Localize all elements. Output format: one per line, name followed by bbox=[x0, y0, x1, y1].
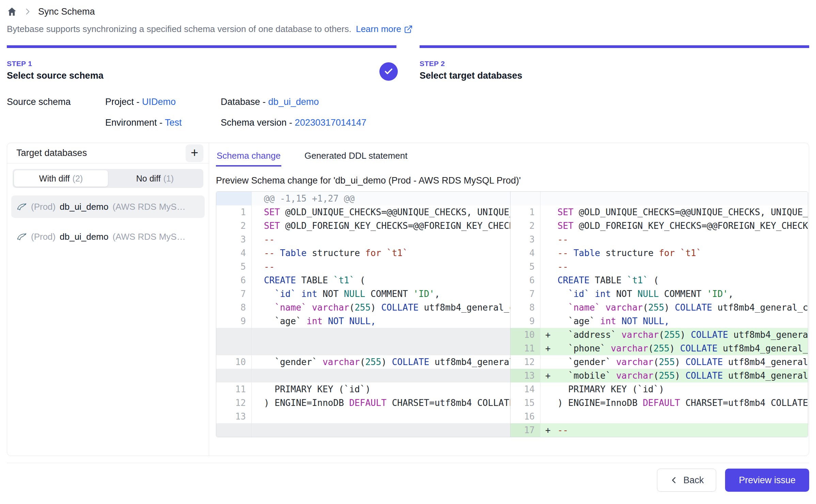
back-button[interactable]: Back bbox=[657, 469, 716, 492]
diff-pane-source: 9 `age` int NOT NULL, bbox=[216, 314, 511, 328]
diff-pane-source: 4-- Table structure for `t1` bbox=[216, 246, 511, 260]
mysql-icon bbox=[16, 201, 27, 212]
diff-pane-source: 8 `name` varchar(255) COLLATE utf8mb4_ge… bbox=[216, 301, 511, 314]
code-line bbox=[252, 410, 510, 423]
code-line: `name` varchar(255) COLLATE utf8mb4_gene… bbox=[540, 301, 808, 314]
page-description: Bytebase supports synchronizing a specif… bbox=[7, 24, 809, 34]
page-title: Sync Schema bbox=[38, 6, 95, 17]
diff-pane-source: 12) ENGINE=InnoDB DEFAULT CHARSET=utf8mb… bbox=[216, 396, 511, 410]
diff-pane-target: 5-- bbox=[511, 260, 808, 273]
diff-filter-tabs: With diff (2) No diff (1) bbox=[13, 169, 203, 188]
environment-label: Environment - bbox=[105, 117, 162, 128]
diff-row: 9 `age` int NOT NULL,9 `age` int NOT NUL… bbox=[216, 314, 808, 328]
diff-pane-source: @@ -1,15 +1,27 @@ bbox=[216, 192, 511, 205]
home-icon[interactable] bbox=[7, 6, 17, 17]
code-line bbox=[540, 192, 808, 205]
line-number bbox=[216, 328, 252, 342]
line-number: 8 bbox=[216, 301, 252, 314]
diff-pane-source: 3-- bbox=[216, 233, 511, 246]
external-link-icon bbox=[404, 25, 413, 34]
step1-complete-check-icon bbox=[379, 62, 398, 81]
diff-pane-source: 2SET @OLD_FOREIGN_KEY_CHECKS=@@FOREIGN_K… bbox=[216, 219, 511, 233]
line-number: 7 bbox=[511, 287, 540, 301]
database-name: db_ui_demo bbox=[60, 202, 108, 212]
diff-pane-target: 2SET @OLD_FOREIGN_KEY_CHECKS=@@FOREIGN_K… bbox=[511, 219, 808, 233]
diff-row: 1316 bbox=[216, 410, 808, 423]
line-number: 3 bbox=[216, 233, 252, 246]
line-number bbox=[216, 369, 252, 382]
tab-no-diff-count: (1) bbox=[163, 174, 174, 184]
line-number: 3 bbox=[511, 233, 540, 246]
code-line: SET @OLD_UNIQUE_CHECKS=@@UNIQUE_CHECKS, … bbox=[252, 205, 510, 219]
add-target-database-button[interactable]: + bbox=[186, 144, 203, 162]
back-button-label: Back bbox=[683, 475, 704, 486]
stepper: STEP 1 Select source schema STEP 2 Selec… bbox=[7, 45, 809, 81]
diff-pane-target: 14 PRIMARY KEY (`id`) bbox=[511, 382, 808, 396]
environment-field: Environment - Test bbox=[105, 117, 221, 128]
tab-no-diff[interactable]: No diff (1) bbox=[108, 170, 202, 187]
tab-schema-change[interactable]: Schema change bbox=[216, 147, 281, 167]
code-line bbox=[252, 369, 510, 382]
code-line: ) ENGINE=InnoDB DEFAULT CHARSET=utf8mb4 … bbox=[252, 396, 510, 410]
database-field: Database - db_ui_demo bbox=[221, 97, 809, 107]
code-line bbox=[252, 328, 510, 342]
code-line: + `address` varchar(255) COLLATE utf8mb4… bbox=[540, 328, 808, 342]
preview-issue-button[interactable]: Preview issue bbox=[725, 469, 809, 492]
diff-pane-target: 4-- Table structure for `t1` bbox=[511, 246, 808, 260]
code-line: -- bbox=[252, 260, 510, 273]
footer: Back Preview issue bbox=[7, 463, 809, 492]
diff-pane-source: 7 `id` int NOT NULL COMMENT 'ID', bbox=[216, 287, 511, 301]
database-link[interactable]: db_ui_demo bbox=[268, 97, 319, 107]
environment-link[interactable]: Test bbox=[165, 117, 182, 128]
diff-pane-source: 5-- bbox=[216, 260, 511, 273]
schema-version-link[interactable]: 20230317014147 bbox=[295, 117, 366, 128]
code-line: CREATE TABLE `t1` ( bbox=[252, 273, 510, 287]
database-list-item-1[interactable]: (Prod) db_ui_demo (AWS RDS MyS… bbox=[11, 195, 205, 218]
line-number bbox=[216, 342, 252, 355]
tab-with-diff[interactable]: With diff (2) bbox=[14, 170, 108, 187]
code-line: `age` int NOT NULL, bbox=[540, 314, 808, 328]
diff-row: 8 `name` varchar(255) COLLATE utf8mb4_ge… bbox=[216, 301, 808, 314]
diff-add-marker: + bbox=[545, 369, 558, 382]
diff-row: 10+ `address` varchar(255) COLLATE utf8m… bbox=[216, 328, 808, 342]
diff-pane-source: 11 PRIMARY KEY (`id`) bbox=[216, 382, 511, 396]
code-line: `id` int NOT NULL COMMENT 'ID', bbox=[252, 287, 510, 301]
schema-diff: @@ -1,15 +1,27 @@1SET @OLD_UNIQUE_CHECKS… bbox=[216, 191, 808, 437]
diff-row: 12) ENGINE=InnoDB DEFAULT CHARSET=utf8mb… bbox=[216, 396, 808, 410]
step2-title: Select target databases bbox=[420, 70, 809, 81]
code-line: -- bbox=[540, 260, 808, 273]
code-line bbox=[252, 423, 510, 437]
diff-add-marker: + bbox=[545, 423, 558, 437]
step-2: STEP 2 Select target databases bbox=[420, 45, 809, 81]
mysql-icon bbox=[16, 231, 27, 242]
diff-row: 11+ `phone` varchar(255) COLLATE utf8mb4… bbox=[216, 342, 808, 355]
code-line: `age` int NOT NULL, bbox=[252, 314, 510, 328]
line-number: 11 bbox=[216, 382, 252, 396]
preview-panel: Schema change Generated DDL statement Pr… bbox=[209, 143, 809, 456]
database-list-item-2[interactable]: (Prod) db_ui_demo (AWS RDS MyS… bbox=[11, 225, 205, 248]
code-line: -- bbox=[540, 233, 808, 246]
line-number: 11 bbox=[511, 342, 540, 355]
chevron-left-icon bbox=[670, 476, 678, 485]
target-database-list: (Prod) db_ui_demo (AWS RDS MyS… (Prod) d… bbox=[7, 195, 209, 248]
code-line: SET @OLD_FOREIGN_KEY_CHECKS=@@FOREIGN_KE… bbox=[252, 219, 510, 233]
tab-with-diff-count: (2) bbox=[73, 174, 83, 184]
diff-pane-target bbox=[511, 192, 808, 205]
diff-row: 10 `gender` varchar(255) COLLATE utf8mb4… bbox=[216, 355, 808, 369]
target-databases-title: Target databases bbox=[16, 148, 87, 158]
sync-schema-page: Sync Schema Bytebase supports synchroniz… bbox=[0, 0, 816, 504]
tab-generated-ddl[interactable]: Generated DDL statement bbox=[304, 147, 408, 167]
learn-more-label: Learn more bbox=[356, 24, 401, 34]
code-line: +-- bbox=[540, 423, 808, 437]
code-line: -- Table structure for `t1` bbox=[252, 246, 510, 260]
project-link[interactable]: UIDemo bbox=[142, 97, 176, 107]
code-line: PRIMARY KEY (`id`) bbox=[252, 382, 510, 396]
line-number: 13 bbox=[216, 410, 252, 423]
diff-pane-target: 17+-- bbox=[511, 423, 808, 437]
learn-more-link[interactable]: Learn more bbox=[356, 24, 413, 34]
database-env: (Prod) bbox=[31, 232, 56, 242]
diff-pane-target: 9 `age` int NOT NULL, bbox=[511, 314, 808, 328]
diff-row: 7 `id` int NOT NULL COMMENT 'ID',7 `id` … bbox=[216, 287, 808, 301]
description-text: Bytebase supports synchronizing a specif… bbox=[7, 24, 351, 34]
diff-pane-source bbox=[216, 423, 511, 437]
